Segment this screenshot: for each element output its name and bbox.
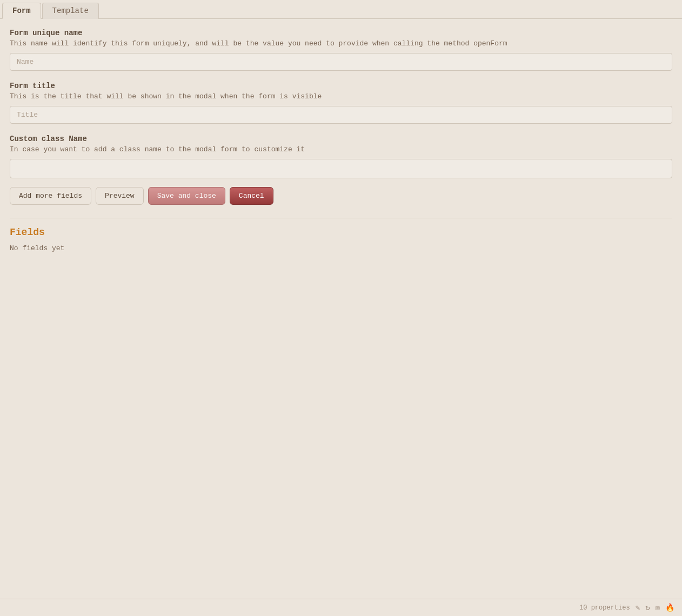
- unique-name-description: This name will identify this form unique…: [10, 39, 672, 48]
- divider: [10, 218, 672, 218]
- tab-form[interactable]: Form: [2, 3, 41, 19]
- add-more-fields-button[interactable]: Add more fields: [10, 187, 91, 205]
- unique-name-label: Form unique name: [10, 29, 672, 37]
- custom-class-wrapper: [10, 159, 672, 178]
- save-and-close-button[interactable]: Save and close: [148, 187, 225, 205]
- form-title-section: Form title This is the title that will b…: [10, 82, 672, 132]
- unique-name-input[interactable]: [10, 53, 672, 71]
- tabs-bar: Form Template: [0, 0, 682, 19]
- properties-count: 10 properties: [579, 604, 630, 612]
- status-bar-content: 10 properties ✎ ↻ ✉ 🔥: [579, 603, 674, 612]
- custom-class-input[interactable]: [10, 159, 672, 178]
- custom-class-label: Custom class Name: [10, 135, 672, 143]
- fire-icon[interactable]: 🔥: [665, 603, 674, 612]
- custom-class-section: Custom class Name In case you want to ad…: [10, 135, 672, 178]
- cancel-button[interactable]: Cancel: [230, 187, 273, 205]
- form-title-input[interactable]: [10, 106, 672, 124]
- buttons-row: Add more fields Preview Save and close C…: [10, 187, 672, 205]
- fields-heading: Fields: [10, 227, 672, 238]
- content-area: Form unique name This name will identify…: [0, 19, 682, 262]
- preview-button[interactable]: Preview: [96, 187, 144, 205]
- refresh-icon[interactable]: ↻: [645, 603, 650, 612]
- form-title-description: This is the title that will be shown in …: [10, 92, 672, 101]
- tab-template[interactable]: Template: [42, 3, 99, 19]
- status-bar: 10 properties ✎ ↻ ✉ 🔥: [0, 599, 682, 616]
- form-unique-name-section: Form unique name This name will identify…: [10, 29, 672, 79]
- custom-class-description: In case you want to add a class name to …: [10, 145, 672, 153]
- edit-icon[interactable]: ✎: [636, 603, 640, 612]
- form-title-label: Form title: [10, 82, 672, 90]
- no-fields-text: No fields yet: [10, 244, 672, 252]
- main-container: Form Template Form unique name This name…: [0, 0, 682, 616]
- message-icon[interactable]: ✉: [656, 603, 660, 612]
